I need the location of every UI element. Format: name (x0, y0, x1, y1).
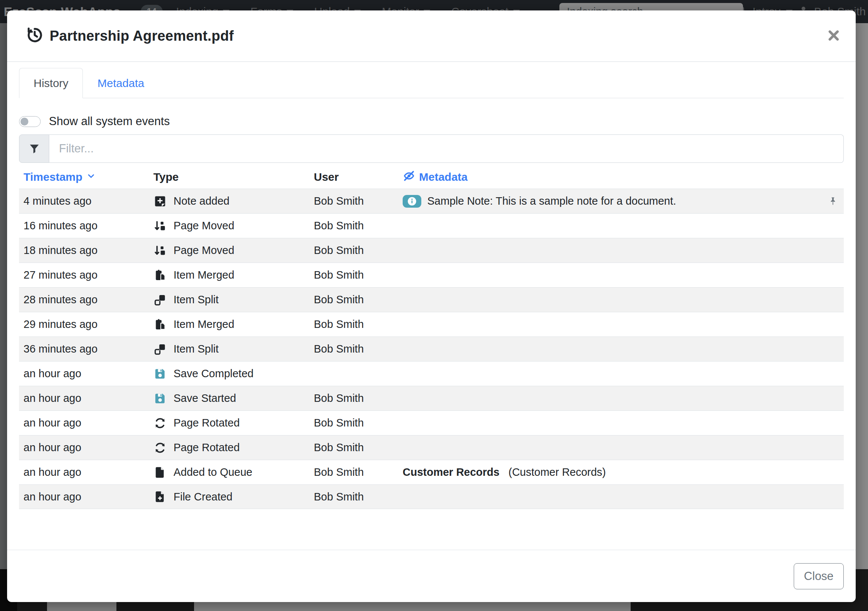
row-timestamp: 16 minutes ago (19, 219, 149, 232)
page-moved-icon (153, 219, 167, 233)
table-row: an hour ago Save Completed (19, 361, 844, 386)
table-row: 18 minutes ago Page Moved Bob Smith (19, 238, 844, 263)
row-timestamp: an hour ago (19, 392, 149, 404)
table-row: an hour ago Save Started Bob Smith (19, 386, 844, 410)
item-split-icon (153, 293, 167, 306)
table-row: 29 minutes ago Item Merged Bob Smith (19, 312, 844, 336)
row-timestamp: an hour ago (19, 491, 149, 503)
row-user: Bob Smith (309, 244, 398, 257)
row-user: Bob Smith (309, 442, 398, 454)
row-user: Bob Smith (309, 294, 398, 306)
column-header-timestamp[interactable]: Timestamp (19, 171, 149, 183)
row-user: Bob Smith (309, 269, 398, 281)
table-row: 28 minutes ago Item Split Bob Smith (19, 287, 844, 312)
show-system-events-switch[interactable] (19, 116, 41, 127)
row-metadata-text: Sample Note: This is a sample note for a… (427, 195, 676, 207)
tab-metadata[interactable]: Metadata (83, 68, 159, 98)
row-timestamp: an hour ago (19, 442, 149, 454)
row-metadata-queue-name: Customer Records (403, 466, 499, 479)
row-type-label: Page Moved (174, 244, 234, 257)
switch-knob (20, 118, 28, 126)
row-user: Bob Smith (309, 195, 398, 207)
filter-icon (19, 134, 49, 163)
row-type-label: Item Merged (174, 269, 234, 281)
row-metadata: Sample Note: This is a sample note for a… (398, 195, 823, 208)
table-row: 16 minutes ago Page Moved Bob Smith (19, 213, 844, 238)
row-timestamp: 29 minutes ago (19, 318, 149, 331)
history-icon (26, 26, 43, 45)
row-type-label: Save Started (174, 392, 236, 404)
row-timestamp: 36 minutes ago (19, 343, 149, 355)
document-history-modal: Partnership Agreement.pdf History Metada… (7, 11, 856, 602)
tab-history[interactable]: History (19, 68, 83, 98)
row-user: Bob Smith (309, 392, 398, 404)
row-user: Bob Smith (309, 417, 398, 429)
row-timestamp: an hour ago (19, 367, 149, 380)
page-rotated-icon (153, 417, 167, 430)
table-row: an hour ago Added to Queue Bob Smith Cus… (19, 460, 844, 484)
row-type-label: Item Merged (174, 318, 234, 331)
row-type-label: Item Split (174, 343, 219, 355)
row-user: Bob Smith (309, 491, 398, 503)
close-icon[interactable] (825, 26, 843, 46)
table-row: 4 minutes ago Note added Bob Smith Sampl… (19, 189, 844, 213)
row-metadata: Customer Records(Customer Records) (398, 466, 823, 479)
filter-group (19, 134, 844, 163)
info-icon (403, 195, 421, 208)
row-type-label: Added to Queue (174, 466, 252, 479)
item-merged-icon (153, 269, 167, 282)
modal-title: Partnership Agreement.pdf (50, 28, 234, 44)
pin-icon[interactable] (823, 195, 844, 207)
tab-bar: History Metadata (19, 68, 844, 98)
row-timestamp: 27 minutes ago (19, 269, 149, 281)
history-table: Timestamp Type User Metadata (19, 165, 844, 509)
row-type-label: Page Rotated (174, 442, 240, 454)
added-to-queue-icon (153, 466, 167, 479)
row-timestamp: 4 minutes ago (19, 195, 149, 207)
page-rotated-icon (153, 441, 167, 454)
page-moved-icon (153, 244, 167, 257)
table-body: 4 minutes ago Note added Bob Smith Sampl… (19, 189, 844, 509)
table-row: an hour ago Page Rotated Bob Smith (19, 435, 844, 460)
system-events-toggle-row: Show all system events (19, 115, 844, 128)
row-user: Bob Smith (309, 219, 398, 232)
column-header-type: Type (149, 171, 309, 183)
filter-input[interactable] (49, 134, 844, 163)
modal-body: History Metadata Show all system events … (7, 62, 856, 550)
row-timestamp: 28 minutes ago (19, 294, 149, 306)
table-row: an hour ago File Created Bob Smith (19, 484, 844, 509)
row-type-label: Item Split (174, 294, 219, 306)
row-type-label: Note added (174, 195, 229, 207)
modal-footer: Close (7, 550, 856, 602)
row-user: Bob Smith (309, 343, 398, 355)
row-metadata-text: (Customer Records) (508, 466, 606, 479)
modal-header: Partnership Agreement.pdf (7, 11, 856, 62)
column-header-metadata[interactable]: Metadata (398, 169, 823, 185)
table-row: 36 minutes ago Item Split Bob Smith (19, 336, 844, 361)
table-header-row: Timestamp Type User Metadata (19, 165, 844, 189)
row-type-label: File Created (174, 491, 232, 503)
save-icon (153, 367, 167, 381)
row-type-label: Page Moved (174, 219, 234, 232)
sort-chevron-down-icon (86, 171, 96, 183)
close-button[interactable]: Close (794, 563, 844, 589)
switch-label: Show all system events (49, 115, 170, 128)
table-row: an hour ago Page Rotated Bob Smith (19, 410, 844, 435)
row-timestamp: an hour ago (19, 417, 149, 429)
eye-slash-icon (403, 169, 415, 185)
row-user: Bob Smith (309, 466, 398, 479)
item-split-icon (153, 342, 167, 356)
row-timestamp: 18 minutes ago (19, 244, 149, 257)
save-icon (153, 392, 167, 405)
item-merged-icon (153, 318, 167, 331)
row-timestamp: an hour ago (19, 466, 149, 479)
row-user: Bob Smith (309, 318, 398, 331)
row-type-label: Save Completed (174, 367, 253, 380)
table-row: 27 minutes ago Item Merged Bob Smith (19, 263, 844, 287)
file-created-icon (153, 490, 167, 504)
row-type-label: Page Rotated (174, 417, 240, 429)
column-header-user: User (309, 171, 398, 183)
note-added-icon (153, 194, 167, 208)
